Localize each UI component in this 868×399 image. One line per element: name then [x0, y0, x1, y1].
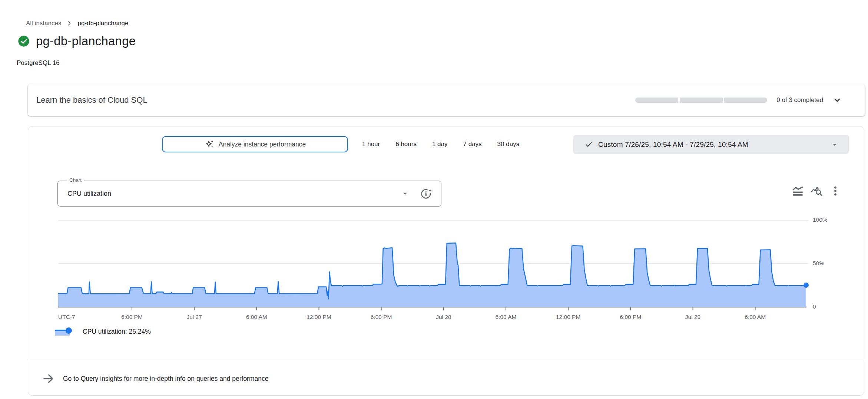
x-axis-label: Jul 28 — [436, 314, 451, 320]
progress-segment — [724, 98, 767, 103]
chart-legend: CPU utilization: 25.24% — [55, 327, 151, 336]
breadcrumb-current: pg-db-planchange — [77, 20, 128, 27]
y-axis-label: 50% — [813, 260, 824, 267]
cloud-sql-instance-page: All instances pg-db-planchange pg-db-pla… — [0, 0, 868, 399]
card-divider — [28, 361, 864, 361]
query-insights-link[interactable]: Go to Query insights for more in-depth i… — [42, 367, 268, 390]
y-axis-label: 0 — [813, 303, 816, 310]
database-version-label: PostgreSQL 16 — [17, 59, 60, 67]
latest-value-dot — [804, 283, 809, 288]
range-30-days[interactable]: 30 days — [497, 141, 520, 148]
x-axis-label: 6:00 AM — [246, 314, 267, 320]
analyze-instance-performance-button[interactable]: Analyze instance performance — [162, 136, 348, 152]
x-axis-label: 6:00 AM — [496, 314, 517, 320]
custom-date-range-label: Custom 7/26/25, 10:54 AM - 7/29/25, 10:5… — [598, 141, 748, 149]
query-insights-link-text: Go to Query insights for more in-depth i… — [63, 375, 268, 383]
breadcrumb-all-instances[interactable]: All instances — [26, 20, 61, 27]
range-7-days[interactable]: 7 days — [463, 141, 482, 148]
range-1-day[interactable]: 1 day — [432, 141, 448, 148]
area-chart-type-icon[interactable] — [791, 184, 804, 198]
breadcrumb: All instances pg-db-planchange — [26, 19, 129, 28]
gemini-spark-icon — [204, 139, 214, 149]
time-range-selector: 1 hour 6 hours 1 day 7 days 30 days — [362, 136, 519, 152]
progress-bar — [635, 98, 767, 103]
page-title: pg-db-planchange — [36, 34, 136, 48]
legend-label: CPU utilization: 25.24% — [83, 328, 151, 336]
chart-actions — [791, 184, 842, 198]
progress-segment — [635, 98, 678, 103]
more-vert-icon[interactable] — [829, 184, 842, 198]
chevron-down-icon[interactable] — [832, 95, 842, 105]
arrow-drop-down-icon — [830, 140, 839, 149]
metric-insights-icon[interactable] — [420, 187, 433, 200]
check-icon — [584, 140, 593, 149]
range-1-hour[interactable]: 1 hour — [362, 141, 380, 148]
chart-select-label: Chart — [67, 177, 84, 183]
arrow-drop-down-icon[interactable] — [400, 189, 410, 198]
legend-series-swatch-icon — [55, 327, 73, 336]
progress-label[interactable]: 0 of 3 completed — [776, 96, 823, 104]
analyze-button-label: Analyze instance performance — [219, 141, 306, 148]
progress-segment — [680, 98, 723, 103]
learn-basics-title: Learn the basics of Cloud SQL — [36, 95, 148, 105]
monitoring-chart-card: Analyze instance performance 1 hour 6 ho… — [28, 126, 864, 396]
x-axis-label: 6:00 PM — [371, 314, 392, 320]
learn-basics-card: Learn the basics of Cloud SQL 0 of 3 com… — [28, 84, 865, 116]
learn-basics-progress-group: 0 of 3 completed — [635, 95, 842, 105]
x-axis-label: 6:00 PM — [620, 314, 641, 320]
arrow-right-icon — [42, 372, 55, 385]
x-axis-label: 12:00 PM — [307, 314, 331, 320]
x-axis-label: Jul 29 — [685, 314, 700, 320]
custom-date-range-chip[interactable]: Custom 7/26/25, 10:54 AM - 7/29/25, 10:5… — [573, 135, 849, 154]
query-stats-icon[interactable] — [810, 184, 823, 198]
x-axis-label: UTC-7 — [58, 314, 75, 320]
x-axis-label: 6:00 AM — [745, 314, 766, 320]
instance-title-row: pg-db-planchange — [18, 33, 136, 50]
cpu-utilization-chart[interactable] — [57, 214, 822, 314]
chevron-right-icon — [66, 20, 73, 27]
range-6-hours[interactable]: 6 hours — [395, 141, 417, 148]
chart-metric-select[interactable]: Chart CPU utilization — [57, 181, 441, 207]
status-check-circle-icon — [18, 35, 30, 47]
x-axis-label: 6:00 PM — [121, 314, 143, 320]
x-axis-label: 12:00 PM — [556, 314, 580, 320]
x-axis-label: Jul 27 — [186, 314, 202, 320]
y-axis-label: 100% — [813, 217, 828, 223]
chart-select-value: CPU utilization — [67, 190, 111, 198]
